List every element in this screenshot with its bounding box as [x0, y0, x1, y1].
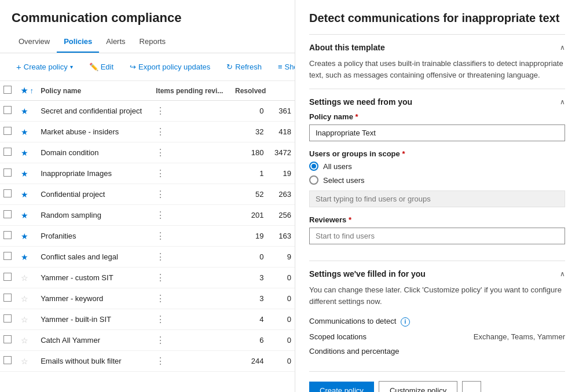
row-star-cell: ★ — [17, 101, 37, 122]
table-row[interactable]: ★ Profanities ⋮ 19 163 — [0, 226, 295, 247]
row-more-options[interactable]: ⋮ — [156, 314, 166, 324]
star-icon[interactable]: ★ — [21, 232, 28, 241]
settings-section-header[interactable]: Settings we need from you ∧ — [309, 89, 565, 112]
star-icon[interactable]: ☆ — [21, 273, 28, 283]
row-more-options[interactable]: ⋮ — [156, 210, 166, 220]
page-title: Communication compliance — [0, 0, 295, 31]
row-resolved: 0 — [269, 351, 295, 372]
row-checkbox[interactable] — [3, 210, 12, 218]
star-icon[interactable]: ★ — [21, 190, 28, 199]
star-icon[interactable]: ★ — [21, 127, 28, 137]
table-row[interactable]: ★ Domain condition ⋮ 180 3472 — [0, 142, 295, 163]
row-checkbox[interactable] — [3, 314, 12, 323]
star-icon[interactable]: ★ — [21, 169, 28, 178]
about-description: Creates a policy that uses built-in trai… — [309, 58, 565, 80]
export-policy-button[interactable]: ↪ Export policy updates — [125, 60, 215, 74]
row-dots-cell: ⋮ — [152, 184, 229, 205]
settings-chevron-icon: ∧ — [560, 98, 565, 106]
row-star-cell: ☆ — [17, 309, 37, 330]
row-more-options[interactable]: ⋮ — [156, 231, 166, 241]
row-dots-cell: ⋮ — [152, 309, 229, 330]
table-row[interactable]: ★ Inappropriate Images ⋮ 1 19 — [0, 163, 295, 184]
radio-select-users[interactable]: Select users — [309, 175, 565, 185]
about-section-body: Creates a policy that uses built-in trai… — [309, 58, 565, 89]
col-header-policy-name[interactable]: Policy name — [37, 81, 152, 101]
row-pending: 4 — [229, 309, 269, 330]
row-more-options[interactable]: ⋮ — [156, 335, 166, 345]
more-options-button[interactable]: ... — [462, 381, 481, 393]
row-dots-cell: ⋮ — [152, 247, 229, 268]
table-row[interactable]: ☆ Emails without bulk filter ⋮ 244 0 — [0, 351, 295, 372]
users-search-input[interactable] — [309, 190, 565, 207]
plus-icon: + — [16, 62, 21, 72]
row-checkbox-cell — [0, 122, 17, 142]
row-more-options[interactable]: ⋮ — [156, 168, 166, 178]
tab-alerts[interactable]: Alerts — [99, 31, 132, 53]
star-icon[interactable]: ☆ — [21, 336, 28, 345]
star-icon[interactable]: ☆ — [21, 315, 28, 324]
row-more-options[interactable]: ⋮ — [156, 294, 166, 303]
row-star-cell: ☆ — [17, 288, 37, 309]
row-more-options[interactable]: ⋮ — [156, 127, 166, 137]
row-checkbox[interactable] — [3, 252, 12, 260]
tab-policies[interactable]: Policies — [57, 31, 99, 53]
users-scope-radio-group: All users Select users — [309, 162, 565, 185]
row-dots-cell: ⋮ — [152, 163, 229, 184]
row-checkbox[interactable] — [3, 189, 12, 197]
edit-button[interactable]: ✏️ Edit — [85, 60, 118, 74]
col-header-pending[interactable]: Items pending revi... — [152, 81, 229, 101]
create-policy-submit-button[interactable]: Create policy — [309, 382, 374, 393]
row-checkbox[interactable] — [3, 273, 12, 281]
star-icon[interactable]: ☆ — [21, 294, 28, 303]
row-checkbox[interactable] — [3, 294, 12, 302]
tab-reports[interactable]: Reports — [133, 31, 173, 53]
row-checkbox[interactable] — [3, 127, 12, 135]
prefilled-section-header[interactable]: Settings we've filled in for you ∧ — [309, 261, 565, 284]
table-row[interactable]: ☆ Yammer - built-in SIT ⋮ 4 0 — [0, 309, 295, 330]
row-policy-name: Confidential project — [37, 184, 152, 205]
refresh-button[interactable]: ↻ Refresh — [222, 60, 266, 74]
star-icon[interactable]: ★ — [21, 107, 28, 116]
row-dots-cell: ⋮ — [152, 122, 229, 142]
row-checkbox[interactable] — [3, 356, 12, 364]
row-more-options[interactable]: ⋮ — [156, 356, 166, 366]
create-policy-button[interactable]: + Create policy ▾ — [12, 59, 78, 75]
star-icon[interactable]: ☆ — [21, 357, 28, 366]
row-more-options[interactable]: ⋮ — [156, 273, 166, 283]
table-row[interactable]: ★ Market abuse - insiders ⋮ 32 418 — [0, 122, 295, 142]
star-icon[interactable]: ★ — [21, 252, 28, 262]
row-resolved: 3472 — [269, 142, 295, 163]
row-checkbox[interactable] — [3, 148, 12, 156]
show-button[interactable]: ≡ Show ▾ — [273, 60, 295, 74]
table-row[interactable]: ★ Secret and confidential project ⋮ 0 36… — [0, 101, 295, 122]
star-icon[interactable]: ★ — [21, 211, 28, 220]
table-row[interactable]: ☆ Yammer - custom SIT ⋮ 3 0 — [0, 268, 295, 288]
row-more-options[interactable]: ⋮ — [156, 252, 166, 262]
row-more-options[interactable]: ⋮ — [156, 189, 166, 199]
select-all-checkbox[interactable] — [3, 86, 12, 94]
table-row[interactable]: ☆ Catch All Yammer ⋮ 6 0 — [0, 330, 295, 351]
col-header-star[interactable]: ★ ↑ — [17, 81, 37, 101]
toolbar: + Create policy ▾ ✏️ Edit ↪ Export polic… — [0, 53, 295, 81]
row-pending: 0 — [229, 101, 269, 122]
row-more-options[interactable]: ⋮ — [156, 148, 166, 157]
table-row[interactable]: ★ Random sampling ⋮ 201 256 — [0, 205, 295, 226]
row-checkbox[interactable] — [3, 231, 12, 239]
about-section-header[interactable]: About this template ∧ — [309, 35, 565, 58]
row-more-options[interactable]: ⋮ — [156, 106, 166, 116]
customize-policy-button[interactable]: Customize policy — [379, 381, 457, 393]
row-checkbox-cell — [0, 184, 17, 205]
info-icon[interactable]: i — [401, 317, 410, 327]
table-row[interactable]: ★ Conflict sales and legal ⋮ 0 9 — [0, 247, 295, 268]
tab-overview[interactable]: Overview — [12, 31, 57, 53]
policy-name-input[interactable] — [309, 124, 565, 141]
row-checkbox[interactable] — [3, 168, 12, 177]
row-checkbox[interactable] — [3, 335, 12, 343]
row-checkbox[interactable] — [3, 106, 12, 114]
col-header-resolved[interactable]: Resolved — [229, 81, 269, 101]
star-icon[interactable]: ★ — [21, 148, 28, 157]
reviewers-input[interactable] — [309, 228, 565, 244]
radio-all-users[interactable]: All users — [309, 162, 565, 171]
table-row[interactable]: ★ Confidential project ⋮ 52 263 — [0, 184, 295, 205]
table-row[interactable]: ☆ Yammer - keyword ⋮ 3 0 — [0, 288, 295, 309]
